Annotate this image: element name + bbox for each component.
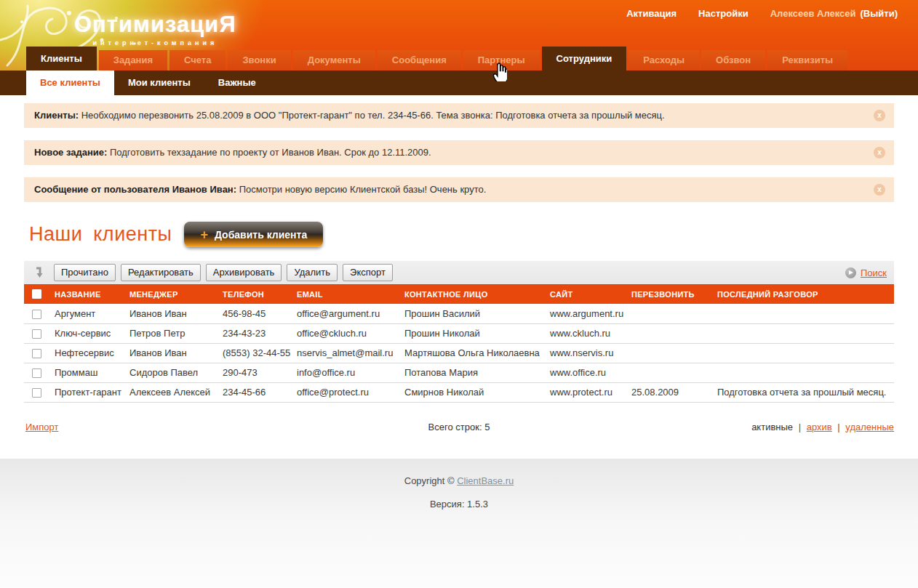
settings-link[interactable]: Настройки (698, 8, 749, 19)
close-icon[interactable]: x (874, 110, 885, 121)
cell-contact: Смирнов Николай (399, 382, 544, 402)
title-row: Наши клиенты + Добавить клиента (24, 222, 894, 247)
cell-contact: Прошин Николай (399, 323, 544, 343)
notification-message: Сообщение от пользователя Иванов Иван: П… (24, 177, 894, 202)
subtab-my-clients[interactable]: Мои клиенты (114, 71, 204, 95)
cell-manager: Алексеев Алексей (124, 382, 217, 402)
col-manager[interactable]: МЕНЕДЖЕР (124, 284, 217, 304)
cell-email: nservis_almet@mail.ru (291, 343, 399, 363)
cell-callback (626, 343, 711, 363)
cell-callback (626, 304, 711, 323)
cell-contact: Мартяшова Ольга Николаевна (399, 343, 544, 363)
row-checkbox[interactable] (32, 349, 41, 358)
table-header-row: НАЗВАНИЕ МЕНЕДЖЕР ТЕЛЕФОН EMAIL КОНТАКТН… (24, 284, 894, 304)
cell-manager: Сидоров Павел (124, 363, 217, 382)
cell-manager: Петров Петр (124, 323, 217, 343)
cell-last-talk (711, 343, 894, 363)
activation-link[interactable]: Активация (626, 8, 676, 19)
cell-callback (626, 363, 711, 382)
version-text: Версия: 1.5.3 (0, 499, 918, 510)
user-area: Алексеев Алексей (Выйти) (770, 8, 898, 19)
clients-table: НАЗВАНИЕ МЕНЕДЖЕР ТЕЛЕФОН EMAIL КОНТАКТН… (24, 284, 894, 403)
current-user-link[interactable]: Алексеев Алексей (770, 8, 856, 19)
page: ОптимизациЯ интернет-компания Активация … (0, 0, 918, 588)
cell-last-talk (711, 363, 894, 382)
list-footer: Импорт Всего строк: 5 активные | архив |… (24, 422, 894, 435)
logo: ОптимизациЯ интернет-компания (74, 12, 236, 47)
archive-button[interactable]: Архивировать (206, 264, 282, 281)
tab-messages[interactable]: Сообщения (378, 50, 461, 71)
search-icon[interactable] (845, 267, 856, 278)
cell-email: office@ckluch.ru (291, 323, 399, 343)
table-row[interactable]: Аргумент Иванов Иван 456-98-45 office@ar… (24, 304, 894, 323)
table-row[interactable]: Проммаш Сидоров Павел 290-473 info@offic… (24, 363, 894, 382)
copyright-text: Copyright © (404, 475, 455, 486)
tab-documents[interactable]: Документы (293, 50, 375, 71)
filter-active[interactable]: активные (751, 422, 793, 432)
logout-link[interactable]: (Выйти) (861, 8, 898, 19)
delete-button[interactable]: Удалить (287, 264, 338, 281)
close-icon[interactable]: x (874, 147, 885, 158)
cell-manager: Иванов Иван (124, 304, 217, 323)
add-client-label: Добавить клиента (215, 229, 307, 241)
filter-deleted[interactable]: удаленные (845, 422, 894, 432)
edit-button[interactable]: Редактировать (121, 264, 201, 281)
table-row[interactable]: Ключ-сервис Петров Петр 234-43-23 office… (24, 323, 894, 343)
add-client-button[interactable]: + Добавить клиента (184, 222, 323, 247)
tab-invoices[interactable]: Счета (169, 50, 225, 71)
table-row[interactable]: Нефтесервис Иванов Иван (8553) 32-44-55 … (24, 343, 894, 363)
row-checkbox[interactable] (32, 388, 41, 398)
logo-subtitle: интернет-компания (74, 39, 236, 47)
tab-clients[interactable]: Клиенты (26, 47, 97, 71)
cell-site: www.nservis.ru (544, 343, 626, 363)
col-site[interactable]: САЙТ (544, 284, 626, 304)
tab-requisites[interactable]: Реквизиты (767, 50, 847, 71)
tab-partners[interactable]: Партнеры (463, 50, 540, 71)
cell-name: Нефтесервис (49, 343, 124, 363)
tab-dialing[interactable]: Обзвон (701, 50, 765, 71)
cell-contact: Потапова Мария (399, 363, 544, 382)
tab-calls[interactable]: Звонки (228, 50, 290, 71)
plus-icon: + (200, 228, 208, 241)
separator: | (837, 422, 839, 432)
move-down-icon[interactable] (35, 267, 44, 278)
row-checkbox[interactable] (32, 368, 41, 378)
cell-name: Ключ-сервис (49, 323, 124, 343)
read-button[interactable]: Прочитано (54, 264, 116, 281)
cell-site: www.protect.ru (544, 382, 626, 402)
tab-tasks[interactable]: Задания (99, 50, 167, 71)
col-last-talk[interactable]: ПОСЛЕДНИЙ РАЗГОВОР (711, 284, 894, 304)
row-checkbox[interactable] (32, 329, 41, 339)
col-name[interactable]: НАЗВАНИЕ (49, 284, 124, 304)
filter-archive[interactable]: архив (807, 422, 832, 432)
notification-label: Клиенты: (34, 110, 79, 121)
notification-text: Посмотри новую версию Клиентской базы! О… (239, 184, 487, 195)
subtab-all-clients[interactable]: Все клиенты (26, 71, 114, 95)
export-button[interactable]: Экспорт (343, 264, 393, 281)
notification-task: Новое задание: Подготовить техзадание по… (24, 140, 894, 165)
col-callback[interactable]: ПЕРЕЗВОНИТЬ (626, 284, 711, 304)
select-all-checkbox[interactable] (32, 289, 41, 299)
page-title: Наши клиенты (29, 223, 172, 246)
notification-label: Сообщение от пользователя Иванов Иван: (34, 184, 236, 195)
cell-last-talk (711, 304, 894, 323)
content: Клиенты: Необходимо перезвонить 25.08.20… (0, 103, 918, 435)
col-email[interactable]: EMAIL (291, 284, 399, 304)
cell-email: info@office.ru (291, 363, 399, 382)
cell-phone: 234-43-23 (217, 323, 291, 343)
col-phone[interactable]: ТЕЛЕФОН (217, 284, 291, 304)
subtab-important[interactable]: Важные (204, 71, 270, 95)
clientbase-link[interactable]: ClientBase.ru (457, 475, 514, 486)
tab-expenses[interactable]: Расходы (628, 50, 699, 71)
cell-name: Аргумент (49, 304, 124, 323)
notification-clients: Клиенты: Необходимо перезвонить 25.08.20… (24, 103, 894, 128)
cell-callback (626, 323, 711, 343)
table-row[interactable]: Протект-гарант Алексеев Алексей 234-45-6… (24, 382, 894, 402)
cell-manager: Иванов Иван (124, 343, 217, 363)
col-contact[interactable]: КОНТАКТНОЕ ЛИЦО (399, 284, 544, 304)
close-icon[interactable]: x (874, 184, 885, 196)
row-checkbox[interactable] (32, 310, 41, 319)
header: ОптимизациЯ интернет-компания Активация … (0, 0, 918, 71)
search-link[interactable]: Поиск (861, 267, 887, 278)
tab-employees[interactable]: Сотрудники (542, 47, 627, 71)
